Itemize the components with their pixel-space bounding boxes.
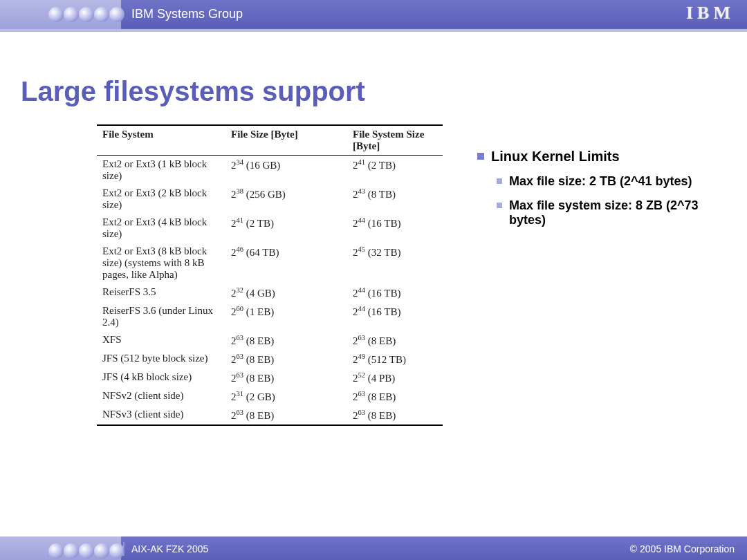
header-group-label: IBM Systems Group	[131, 7, 243, 21]
footer-beads	[48, 536, 124, 560]
footer-bar: AIX-AK FZK 2005 © 2005 IBM Corporation	[0, 536, 747, 560]
cell-fs-size: 263 (8 EB)	[347, 331, 443, 350]
bead-icon	[94, 0, 109, 29]
bead-icon	[109, 0, 124, 29]
cell-filesize: 246 (64 TB)	[225, 243, 347, 283]
square-bullet-icon	[477, 153, 484, 160]
slide: IBM Systems Group IBM Large filesystems …	[0, 0, 747, 560]
cell-fs-size: 263 (8 EB)	[347, 387, 443, 406]
cell-filesize: 232 (4 GB)	[225, 283, 347, 302]
table-row: Ext2 or Ext3 (8 kB block size) (systems …	[97, 243, 443, 283]
cell-fs-size: 249 (512 TB)	[347, 350, 443, 368]
table-row: NFSv2 (client side)231 (2 GB)263 (8 EB)	[97, 387, 443, 406]
col-fs-size: File System Size [Byte]	[347, 125, 443, 156]
page-title: Large filesystems support	[21, 76, 365, 107]
table-row: JFS (512 byte block size)263 (8 EB)249 (…	[97, 350, 443, 368]
cell-fs-size: 244 (16 TB)	[347, 302, 443, 331]
header-bar: IBM Systems Group IBM	[0, 0, 747, 29]
table-row: JFS (4 kB block size)263 (8 EB)252 (4 PB…	[97, 368, 443, 387]
table-row: NFSv3 (client side)263 (8 EB)263 (8 EB)	[97, 406, 443, 425]
bullet-item-text: Max file system size: 8 ZB (2^73 bytes)	[509, 198, 726, 227]
cell-filesystem: Ext2 or Ext3 (1 kB block size)	[97, 156, 225, 185]
cell-filesystem: JFS (4 kB block size)	[97, 368, 225, 387]
footer-right-text: © 2005 IBM Corporation	[630, 543, 735, 554]
bullet-heading-text: Linux Kernel Limits	[491, 149, 620, 165]
bullet-item: Max file size: 2 TB (2^41 bytes)	[497, 174, 726, 189]
cell-filesize: 263 (8 EB)	[225, 350, 347, 368]
bead-icon	[79, 536, 94, 560]
footer-separator	[123, 542, 124, 556]
bead-icon	[64, 536, 79, 560]
bead-icon	[94, 536, 109, 560]
table-row: XFS263 (8 EB)263 (8 EB)	[97, 331, 443, 350]
table-row: ReiserFS 3.6 (under Linux 2.4)260 (1 EB)…	[97, 302, 443, 331]
table-header-row: File System File Size [Byte] File System…	[97, 125, 443, 156]
bullet-item-text: Max file size: 2 TB (2^41 bytes)	[509, 174, 692, 189]
cell-filesystem: NFSv2 (client side)	[97, 387, 225, 406]
cell-filesize: 234 (16 GB)	[225, 156, 347, 185]
table-row: Ext2 or Ext3 (2 kB block size)238 (256 G…	[97, 185, 443, 214]
cell-fs-size: 241 (2 TB)	[347, 156, 443, 185]
cell-filesize: 263 (8 EB)	[225, 331, 347, 350]
cell-fs-size: 244 (16 TB)	[347, 214, 443, 243]
cell-fs-size: 263 (8 EB)	[347, 406, 443, 425]
bead-icon	[109, 536, 124, 560]
cell-filesystem: Ext2 or Ext3 (2 kB block size)	[97, 185, 225, 214]
cell-filesystem: Ext2 or Ext3 (4 kB block size)	[97, 214, 225, 243]
table-row: Ext2 or Ext3 (1 kB block size)234 (16 GB…	[97, 156, 443, 185]
cell-filesystem: JFS (512 byte block size)	[97, 350, 225, 368]
bullet-item: Max file system size: 8 ZB (2^73 bytes)	[497, 198, 726, 227]
col-filesystem: File System	[97, 125, 225, 156]
cell-filesize: 241 (2 TB)	[225, 214, 347, 243]
col-filesize: File Size [Byte]	[225, 125, 347, 156]
cell-filesize: 260 (1 EB)	[225, 302, 347, 331]
kernel-limits: Linux Kernel Limits Max file size: 2 TB …	[477, 149, 726, 237]
bead-icon	[48, 536, 64, 560]
cell-fs-size: 245 (32 TB)	[347, 243, 443, 283]
header-underline	[0, 29, 747, 32]
cell-filesystem: ReiserFS 3.6 (under Linux 2.4)	[97, 302, 225, 331]
cell-filesystem: XFS	[97, 331, 225, 350]
table-row: Ext2 or Ext3 (4 kB block size)241 (2 TB)…	[97, 214, 443, 243]
cell-filesystem: NFSv3 (client side)	[97, 406, 225, 425]
cell-filesystem: ReiserFS 3.5	[97, 283, 225, 302]
cell-fs-size: 244 (16 TB)	[347, 283, 443, 302]
filesystem-table: File System File Size [Byte] File System…	[97, 124, 443, 426]
footer-left-text: AIX-AK FZK 2005	[131, 543, 208, 554]
cell-fs-size: 252 (4 PB)	[347, 368, 443, 387]
table-row: ReiserFS 3.5232 (4 GB)244 (16 TB)	[97, 283, 443, 302]
bullet-heading: Linux Kernel Limits	[477, 149, 726, 165]
cell-filesize: 238 (256 GB)	[225, 185, 347, 214]
header-beads	[48, 0, 124, 29]
ibm-logo: IBM	[686, 3, 735, 24]
cell-fs-size: 243 (8 TB)	[347, 185, 443, 214]
cell-filesize: 263 (8 EB)	[225, 406, 347, 425]
cell-filesystem: Ext2 or Ext3 (8 kB block size) (systems …	[97, 243, 225, 283]
bead-icon	[64, 0, 79, 29]
cell-filesize: 231 (2 GB)	[225, 387, 347, 406]
square-bullet-icon	[497, 203, 502, 208]
bead-icon	[48, 0, 64, 29]
bead-icon	[79, 0, 94, 29]
cell-filesize: 263 (8 EB)	[225, 368, 347, 387]
square-bullet-icon	[497, 178, 502, 184]
